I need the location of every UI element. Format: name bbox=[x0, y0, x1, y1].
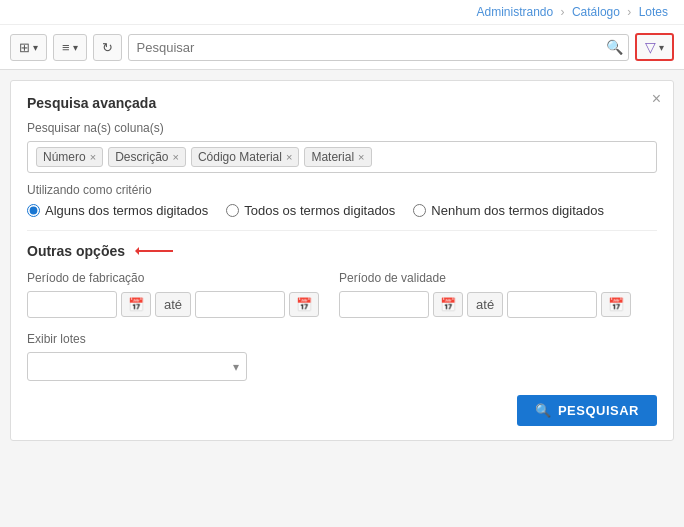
criteria-alguns-radio[interactable] bbox=[27, 204, 40, 217]
exibir-section: Exibir lotes Todos Ativos Inativos ▾ bbox=[27, 332, 657, 381]
red-arrow-icon bbox=[135, 243, 175, 259]
filter-icon: ▽ bbox=[645, 39, 656, 55]
breadcrumb-catalogo[interactable]: Catálogo bbox=[572, 5, 620, 19]
exibir-select-wrap: Todos Ativos Inativos ▾ bbox=[27, 352, 247, 381]
close-button[interactable]: × bbox=[652, 91, 661, 107]
calendar-icon-4: 📅 bbox=[608, 297, 624, 312]
criteria-todos-label: Todos os termos digitados bbox=[244, 203, 395, 218]
search-wrap: 🔍 bbox=[128, 34, 629, 61]
tag-material-label: Material bbox=[311, 150, 354, 164]
tag-codigo-material-close[interactable]: × bbox=[286, 151, 292, 163]
fabricacao-from-calendar-button[interactable]: 📅 bbox=[121, 292, 151, 317]
tag-material: Material × bbox=[304, 147, 371, 167]
tags-container: Número × Descrição × Código Material × M… bbox=[27, 141, 657, 173]
toolbar: ⊞ ▾ ≡ ▾ ↻ 🔍 ▽ ▾ bbox=[0, 25, 684, 70]
periodo-fabricacao-group: Período de fabricação 📅 até 📅 bbox=[27, 271, 319, 318]
tag-codigo-material: Código Material × bbox=[191, 147, 299, 167]
criteria-section: Utilizando como critério Alguns dos term… bbox=[27, 183, 657, 218]
validade-from-input[interactable] bbox=[339, 291, 429, 318]
criteria-todos-radio[interactable] bbox=[226, 204, 239, 217]
svg-marker-1 bbox=[135, 247, 139, 255]
calendar-icon: 📅 bbox=[128, 297, 144, 312]
filter-button[interactable]: ▽ ▾ bbox=[635, 33, 674, 61]
filter-chevron: ▾ bbox=[659, 42, 664, 53]
view-toggle-chevron: ▾ bbox=[33, 42, 38, 53]
view-toggle-button[interactable]: ⊞ ▾ bbox=[10, 34, 47, 61]
search-btn-icon: 🔍 bbox=[535, 403, 552, 418]
breadcrumb-admin[interactable]: Administrando bbox=[477, 5, 554, 19]
menu-icon: ≡ bbox=[62, 40, 70, 55]
search-columns-label: Pesquisar na(s) coluna(s) bbox=[27, 121, 657, 135]
search-btn-label: PESQUISAR bbox=[558, 403, 639, 418]
search-icon: 🔍 bbox=[606, 39, 623, 55]
criteria-alguns[interactable]: Alguns dos termos digitados bbox=[27, 203, 208, 218]
section-divider bbox=[27, 230, 657, 231]
exibir-select[interactable]: Todos Ativos Inativos bbox=[27, 352, 247, 381]
search-submit-button[interactable]: 🔍 bbox=[606, 39, 623, 55]
validade-inputs: 📅 até 📅 bbox=[339, 291, 631, 318]
pesquisar-button[interactable]: 🔍 PESQUISAR bbox=[517, 395, 657, 426]
fabricacao-label: Período de fabricação bbox=[27, 271, 319, 285]
search-input[interactable] bbox=[128, 34, 629, 61]
calendar-icon-2: 📅 bbox=[296, 297, 312, 312]
period-row: Período de fabricação 📅 até 📅 Período de… bbox=[27, 271, 657, 318]
refresh-icon: ↻ bbox=[102, 40, 113, 55]
fabricacao-to-calendar-button[interactable]: 📅 bbox=[289, 292, 319, 317]
criteria-nenhum[interactable]: Nenhum dos termos digitados bbox=[413, 203, 604, 218]
arrow-indicator bbox=[135, 243, 175, 259]
validade-to-calendar-button[interactable]: 📅 bbox=[601, 292, 631, 317]
criteria-alguns-label: Alguns dos termos digitados bbox=[45, 203, 208, 218]
outras-opcoes-header: Outras opções bbox=[27, 243, 657, 259]
fabricacao-to-input[interactable] bbox=[195, 291, 285, 318]
calendar-icon-3: 📅 bbox=[440, 297, 456, 312]
tag-numero-close[interactable]: × bbox=[90, 151, 96, 163]
criteria-nenhum-label: Nenhum dos termos digitados bbox=[431, 203, 604, 218]
outras-opcoes-title: Outras opções bbox=[27, 243, 125, 259]
breadcrumb: Administrando › Catálogo › Lotes bbox=[0, 0, 684, 25]
criteria-nenhum-radio[interactable] bbox=[413, 204, 426, 217]
advanced-search-panel: Pesquisa avançada × Pesquisar na(s) colu… bbox=[10, 80, 674, 441]
advanced-search-title: Pesquisa avançada bbox=[27, 95, 657, 111]
tag-numero-label: Número bbox=[43, 150, 86, 164]
footer-row: 🔍 PESQUISAR bbox=[27, 395, 657, 426]
tag-numero: Número × bbox=[36, 147, 103, 167]
menu-button[interactable]: ≡ ▾ bbox=[53, 34, 87, 61]
exibir-label: Exibir lotes bbox=[27, 332, 657, 346]
validade-label: Período de validade bbox=[339, 271, 631, 285]
menu-chevron: ▾ bbox=[73, 42, 78, 53]
tag-descricao: Descrição × bbox=[108, 147, 186, 167]
validade-to-input[interactable] bbox=[507, 291, 597, 318]
breadcrumb-sep1: › bbox=[561, 5, 565, 19]
refresh-button[interactable]: ↻ bbox=[93, 34, 122, 61]
tag-descricao-close[interactable]: × bbox=[172, 151, 178, 163]
criteria-radio-group: Alguns dos termos digitados Todos os ter… bbox=[27, 203, 657, 218]
criteria-label: Utilizando como critério bbox=[27, 183, 657, 197]
tag-codigo-material-label: Código Material bbox=[198, 150, 282, 164]
fabricacao-ate-label: até bbox=[155, 292, 191, 317]
breadcrumb-lotes: Lotes bbox=[639, 5, 668, 19]
fabricacao-from-input[interactable] bbox=[27, 291, 117, 318]
view-toggle-icon: ⊞ bbox=[19, 40, 30, 55]
periodo-validade-group: Período de validade 📅 até 📅 bbox=[339, 271, 631, 318]
fabricacao-inputs: 📅 até 📅 bbox=[27, 291, 319, 318]
breadcrumb-sep2: › bbox=[627, 5, 631, 19]
criteria-todos[interactable]: Todos os termos digitados bbox=[226, 203, 395, 218]
validade-from-calendar-button[interactable]: 📅 bbox=[433, 292, 463, 317]
tag-descricao-label: Descrição bbox=[115, 150, 168, 164]
tag-material-close[interactable]: × bbox=[358, 151, 364, 163]
validade-ate-label: até bbox=[467, 292, 503, 317]
